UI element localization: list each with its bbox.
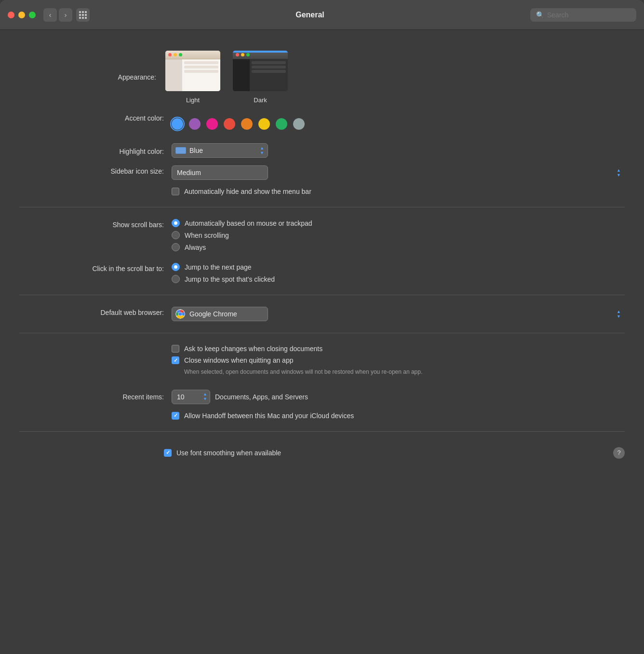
handoff-checkbox[interactable] [172, 412, 179, 420]
forward-button[interactable]: › [59, 8, 72, 22]
chevron-down-icon: ▼ [617, 314, 621, 319]
close-windows-checkbox[interactable] [172, 356, 179, 364]
font-smoothing-checkbox-row[interactable]: Use font smoothing when available [164, 449, 613, 457]
accent-color-row: Accent color: [0, 109, 644, 139]
jump-next-page-radio[interactable] [172, 263, 180, 271]
preview-row [184, 70, 218, 73]
accent-color-green[interactable] [276, 118, 287, 130]
recent-items-label: Recent items: [19, 393, 164, 401]
accent-color-pink[interactable] [206, 118, 218, 130]
light-label: Light [186, 96, 200, 104]
scroll-always-label: Always [185, 244, 206, 251]
browser-select-wrapper: Google Chrome Safari Firefox [172, 307, 625, 321]
highlight-color-select-wrapper: Blue ▲ ▼ [172, 143, 268, 158]
jump-next-page-radio-row[interactable]: Jump to the next page [172, 263, 625, 271]
documents-control: Ask to keep changes when closing documen… [172, 345, 625, 376]
search-box[interactable]: 🔍 [530, 8, 636, 22]
jump-spot-radio[interactable] [172, 275, 180, 283]
scroll-always-radio[interactable] [172, 243, 180, 251]
close-windows-checkbox-row[interactable]: Close windows when quitting an app [172, 356, 625, 364]
highlight-color-label: Highlight color: [19, 146, 164, 155]
ask-keep-changes-label [19, 345, 164, 347]
accent-color-red[interactable] [224, 118, 235, 130]
preview-dot-green [246, 53, 250, 56]
grid-button[interactable] [76, 8, 90, 22]
appearance-options: Light [164, 49, 289, 104]
appearance-section: Appearance: [0, 44, 644, 109]
recent-items-input[interactable] [172, 390, 210, 404]
sidebar-icon-size-select-wrapper: Medium Small Large ▲ ▼ [172, 165, 625, 180]
font-smoothing-row: Use font smoothing when available ? [0, 439, 644, 466]
titlebar: ‹ › General 🔍 [0, 0, 644, 30]
close-windows-label: Close windows when quitting an app [184, 356, 293, 364]
accent-color-blue[interactable] [172, 118, 183, 130]
dark-preview-body [233, 59, 288, 91]
default-browser-row: Default web browser: Google Chrome Safar… [0, 303, 644, 325]
back-icon: ‹ [49, 11, 52, 19]
maximize-button[interactable] [29, 12, 36, 18]
ask-keep-changes-checkbox-row[interactable]: Ask to keep changes when closing documen… [172, 345, 625, 353]
sidebar-icon-size-label: Sidebar icon size: [19, 165, 164, 175]
light-preview [164, 49, 222, 93]
accent-color-gray[interactable] [293, 118, 305, 130]
dark-preview-sidebar [233, 59, 250, 91]
select-arrows-icon: ▲ ▼ [617, 310, 621, 319]
default-browser-select[interactable]: Google Chrome Safari Firefox [172, 307, 268, 321]
accent-color-purple[interactable] [189, 118, 201, 130]
sidebar-icon-size-control: Medium Small Large ▲ ▼ [172, 165, 625, 180]
default-browser-control: Google Chrome Safari Firefox [172, 307, 625, 321]
scroll-scrolling-radio-row[interactable]: When scrolling [172, 231, 625, 239]
preview-dot-yellow [241, 53, 244, 56]
dark-preview-main [250, 59, 288, 91]
appearance-option-light[interactable]: Light [164, 49, 222, 104]
recent-items-suffix: Documents, Apps, and Servers [215, 393, 308, 401]
accent-color-label: Accent color: [19, 112, 164, 122]
back-button[interactable]: ‹ [43, 8, 57, 22]
search-input[interactable] [547, 11, 631, 19]
auto-hide-menu-bar-checkbox-row[interactable]: Automatically hide and show the menu bar [172, 188, 311, 195]
jump-next-page-label: Jump to the next page [185, 263, 252, 271]
show-scroll-bars-row: Show scroll bars: Automatically based on… [0, 215, 644, 255]
handoff-checkbox-row[interactable]: Allow Handoff between this Mac and your … [172, 412, 354, 420]
show-scroll-bars-label: Show scroll bars: [19, 219, 164, 229]
auto-hide-menu-bar-checkbox[interactable] [172, 188, 179, 195]
ask-keep-changes-label: Ask to keep changes when closing documen… [184, 345, 322, 353]
sidebar-icon-size-select[interactable]: Medium Small Large [172, 165, 268, 180]
highlight-color-row: Highlight color: Blue ▲ ▼ [0, 139, 644, 162]
select-arrows-icon: ▲ ▼ [617, 168, 621, 177]
window-title: General [90, 11, 530, 19]
font-smoothing-checkbox[interactable] [164, 449, 172, 457]
scroll-always-radio-row[interactable]: Always [172, 243, 625, 251]
scroll-auto-radio[interactable] [172, 219, 180, 227]
jump-spot-radio-row[interactable]: Jump to the spot that's clicked [172, 275, 625, 283]
help-button[interactable]: ? [613, 447, 625, 459]
accent-color-yellow[interactable] [258, 118, 270, 130]
preview-dot-green [179, 53, 182, 56]
jump-spot-label: Jump to the spot that's clicked [185, 275, 275, 283]
accent-color-orange[interactable] [241, 118, 253, 130]
window: ‹ › General 🔍 Appearance: [0, 0, 644, 654]
ask-keep-changes-checkbox[interactable] [172, 345, 179, 353]
divider-2 [19, 295, 625, 295]
content-area: Appearance: [0, 30, 644, 654]
dark-label: Dark [254, 96, 267, 104]
preview-row [252, 70, 286, 73]
appearance-label: Appearance: [19, 49, 164, 81]
scroll-auto-radio-row[interactable]: Automatically based on mouse or trackpad [172, 219, 625, 227]
preview-row [252, 66, 286, 68]
highlight-color-select[interactable]: Blue [172, 143, 268, 158]
close-button[interactable] [8, 12, 14, 18]
light-preview-sidebar [165, 59, 182, 91]
click-scroll-bar-control: Jump to the next page Jump to the spot t… [172, 263, 625, 283]
recent-items-stepper-wrapper: ▲ ▼ [172, 390, 210, 404]
sidebar-icon-size-row: Sidebar icon size: Medium Small Large ▲ … [0, 162, 644, 184]
scroll-auto-label: Automatically based on mouse or trackpad [185, 219, 312, 227]
scroll-scrolling-radio[interactable] [172, 231, 180, 239]
chevron-up-icon: ▲ [617, 310, 621, 314]
accent-colors [172, 112, 305, 136]
minimize-button[interactable] [18, 12, 25, 18]
appearance-option-dark[interactable]: Dark [231, 49, 289, 104]
menu-bar-label [19, 188, 164, 190]
preview-dot-red [168, 53, 172, 56]
light-preview-body [165, 59, 220, 91]
